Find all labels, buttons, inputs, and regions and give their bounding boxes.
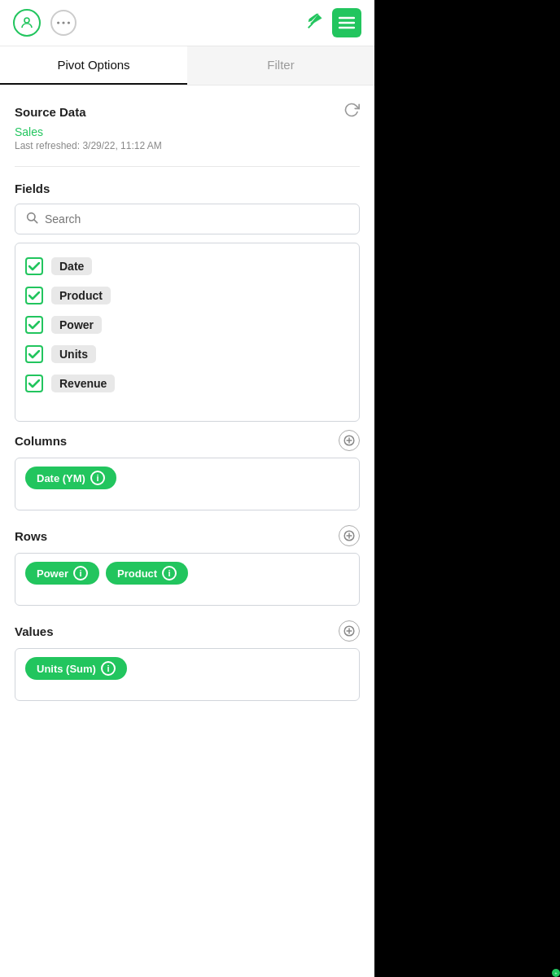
fields-list: Date Product Power Units <box>15 243 360 422</box>
rows-title: Rows <box>15 529 47 543</box>
values-section: Values Units (Sum) i <box>15 620 360 701</box>
header-left: + <box>13 9 296 37</box>
field-tag-date: Date <box>51 257 92 275</box>
divider-1 <box>15 166 360 167</box>
values-add-icon[interactable] <box>339 620 360 642</box>
right-black-panel <box>374 0 560 977</box>
checkbox-power[interactable] <box>25 316 43 334</box>
svg-line-11 <box>34 220 37 223</box>
fields-title: Fields <box>15 182 360 195</box>
header-bar: + <box>0 0 374 46</box>
columns-add-icon[interactable] <box>339 430 360 451</box>
field-tag-revenue: Revenue <box>51 375 115 392</box>
rows-add-icon[interactable] <box>339 525 360 546</box>
row-power-info-icon[interactable]: i <box>73 566 88 581</box>
columns-section: Columns Date (YM) i <box>15 430 360 510</box>
svg-point-5 <box>68 21 70 24</box>
avatar-icon[interactable]: + <box>13 9 41 37</box>
row-tag-product[interactable]: Product i <box>106 562 188 585</box>
field-tag-units: Units <box>51 345 96 363</box>
row-tag-power-label: Power <box>37 567 68 580</box>
rows-drop-zone: Power i Product i <box>15 553 360 606</box>
source-name: Sales <box>15 125 360 138</box>
refresh-icon[interactable] <box>343 102 360 122</box>
checkbox-units[interactable] <box>25 345 43 363</box>
rows-header: Rows <box>15 525 360 546</box>
column-tag-date-ym[interactable]: Date (YM) i <box>25 467 116 489</box>
row-tag-product-label: Product <box>117 567 157 580</box>
header-right <box>306 8 361 37</box>
tabs-bar: Pivot Options Filter <box>0 46 374 85</box>
column-info-icon[interactable]: i <box>90 471 105 485</box>
pin-icon[interactable] <box>306 12 324 34</box>
values-header: Values <box>15 620 360 642</box>
search-input[interactable] <box>45 212 349 226</box>
columns-drop-zone: Date (YM) i <box>15 458 360 510</box>
svg-line-6 <box>308 24 313 28</box>
source-data-title: Source Data <box>15 105 86 119</box>
svg-point-3 <box>57 21 59 24</box>
checkbox-revenue[interactable] <box>25 375 43 392</box>
columns-header: Columns <box>15 430 360 451</box>
rows-section: Rows Power i Product i <box>15 525 360 606</box>
hamburger-menu-icon[interactable] <box>332 8 361 37</box>
columns-title: Columns <box>15 434 67 448</box>
panel-content: Source Data Sales Last refreshed: 3/29/2… <box>0 85 374 977</box>
row-tag-power[interactable]: Power i <box>25 562 99 585</box>
column-tag-label: Date (YM) <box>37 472 85 484</box>
values-title: Values <box>15 624 54 638</box>
tab-pivot-options[interactable]: Pivot Options <box>0 46 187 85</box>
row-product-info-icon[interactable]: i <box>162 566 177 581</box>
more-options-icon[interactable] <box>50 10 77 36</box>
value-info-icon[interactable]: i <box>101 661 116 676</box>
value-tag-units-sum-label: Units (Sum) <box>37 663 96 675</box>
field-item-revenue[interactable]: Revenue <box>25 369 349 398</box>
checkbox-product[interactable] <box>25 287 43 304</box>
field-tag-product: Product <box>51 287 111 304</box>
field-item-date[interactable]: Date <box>25 252 349 281</box>
values-drop-zone: Units (Sum) i <box>15 648 360 701</box>
field-item-units[interactable]: Units <box>25 340 349 369</box>
field-item-product[interactable]: Product <box>25 281 349 310</box>
search-box[interactable] <box>15 204 360 234</box>
value-tag-units-sum[interactable]: Units (Sum) i <box>25 657 127 680</box>
last-refreshed: Last refreshed: 3/29/22, 11:12 AM <box>15 140 360 151</box>
svg-text:+: + <box>554 970 558 975</box>
tab-filter[interactable]: Filter <box>187 46 374 85</box>
svg-point-0 <box>24 18 29 23</box>
source-data-header: Source Data <box>15 102 360 122</box>
field-item-power[interactable]: Power <box>25 310 349 340</box>
search-icon <box>25 211 38 227</box>
pivot-panel: + <box>0 0 374 977</box>
checkbox-date[interactable] <box>25 257 43 275</box>
field-tag-power: Power <box>51 316 102 334</box>
svg-point-4 <box>62 21 64 24</box>
